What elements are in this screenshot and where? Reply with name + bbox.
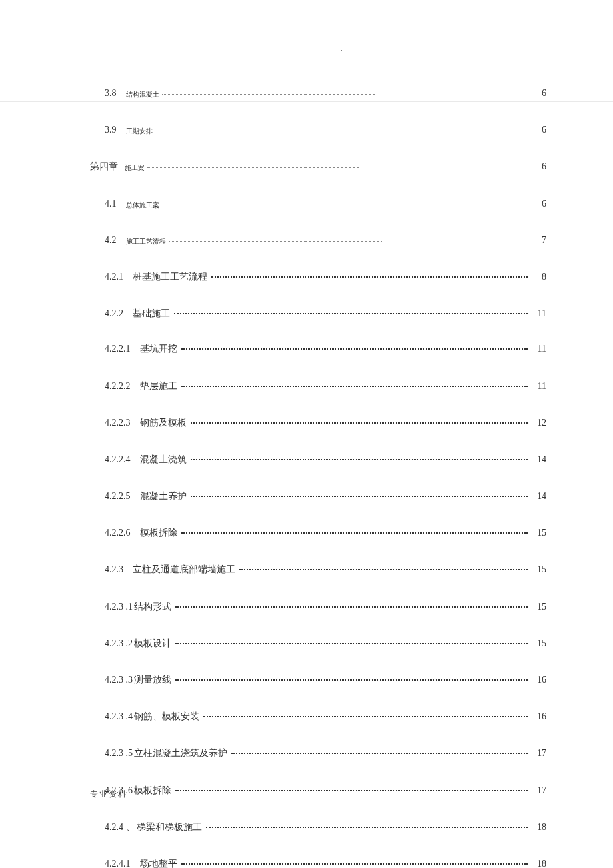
toc-leader — [147, 160, 360, 169]
toc-row: 4.2.2基础施工11 — [90, 307, 546, 320]
toc-page-number: 14 — [532, 490, 546, 502]
toc-page-number: 18 — [532, 858, 546, 868]
toc-row: 4.2.3 .6模板拆除17 — [90, 784, 546, 797]
toc-number: 4.1 — [105, 198, 117, 210]
toc-page-number: 17 — [532, 747, 546, 759]
toc-title: 垫层施工 — [140, 380, 177, 392]
toc-number: 4.2.2 — [105, 308, 123, 320]
toc-page-number: 6 — [532, 161, 546, 173]
toc-number: 3.8 — [105, 87, 117, 99]
toc-title: 立柱及通道底部端墙施工 — [133, 564, 235, 576]
toc-leader — [169, 234, 382, 243]
toc-number: 4.2.2.4 — [105, 454, 131, 466]
toc-leader — [181, 526, 528, 536]
toc-row: 4.2.2.6模板拆除15 — [90, 526, 546, 539]
toc-leader — [175, 784, 528, 793]
toc-title: 立柱混凝土浇筑及养护 — [134, 747, 227, 759]
toc-page-number: 11 — [532, 343, 546, 355]
toc-row: 4.2.3 .2模板设计15 — [90, 637, 546, 650]
toc-number: 4.2.2.6 — [105, 527, 131, 539]
toc-title: 测量放线 — [134, 674, 171, 686]
toc-title: 工期安排 — [126, 127, 153, 135]
document-page: 3.8结构混凝土63.9工期安排6第四章施工案64.1总体施工案64.2施工工艺… — [0, 0, 613, 868]
toc-leader — [239, 563, 528, 572]
toc-leader — [191, 416, 528, 426]
toc-leader — [231, 747, 528, 756]
toc-page-number: 6 — [532, 198, 546, 210]
toc-row: 第四章施工案6 — [90, 160, 546, 173]
toc-title: 钢筋、模板安装 — [134, 711, 199, 723]
toc-number: 4.2.2.1 — [105, 343, 131, 355]
toc-row: 4.2.4 、梯梁和梯板施工18 — [90, 821, 546, 833]
toc-leader — [174, 307, 528, 316]
toc-leader — [211, 270, 528, 280]
toc-page-number: 11 — [532, 308, 546, 320]
toc-row: 4.2.2.3钢筋及模板12 — [90, 416, 546, 429]
toc-number: 4.2.3 .1 — [105, 601, 133, 613]
toc-page-number: 17 — [532, 785, 546, 797]
toc-leader — [206, 821, 528, 830]
toc-page-number: 11 — [532, 380, 546, 392]
toc-title: 桩基施工工艺流程 — [133, 271, 207, 283]
toc-row: 4.2.2.2垫层施工11 — [90, 380, 546, 392]
toc-title: 场地整平 — [140, 858, 177, 868]
toc-number: 第四章 — [90, 161, 118, 173]
toc-number: 4.2 — [105, 234, 117, 246]
toc-title: 施工工艺流程 — [126, 237, 166, 246]
toc-title: 模板拆除 — [140, 527, 177, 539]
toc-row: 3.9工期安排6 — [90, 123, 546, 136]
toc-page-number: 15 — [532, 601, 546, 613]
toc-leader — [175, 637, 528, 646]
toc-row: 4.2.3 .3测量放线16 — [90, 673, 546, 686]
toc-page-number: 16 — [532, 711, 546, 723]
toc-leader — [181, 857, 528, 867]
toc-title: 基坑开挖 — [140, 343, 177, 355]
toc-page-number: 18 — [532, 821, 546, 833]
toc-row: 4.2.3 .4钢筋、模板安装16 — [90, 710, 546, 723]
toc-row: 4.2.3 .5立柱混凝土浇筑及养护17 — [90, 747, 546, 759]
toc-title: 钢筋及模板 — [140, 417, 187, 429]
toc-title: 施工案 — [125, 163, 145, 172]
toc-number: 4.2.1 — [105, 271, 123, 283]
toc-page-number: 15 — [532, 527, 546, 539]
toc-leader — [162, 197, 375, 207]
toc-leader — [155, 123, 368, 133]
toc-row: 4.2.2.5混凝土养护14 — [90, 490, 546, 502]
footer-label: 专业资料 — [90, 789, 127, 800]
toc-number: 4.2.3 .5 — [105, 747, 133, 759]
toc-row: 3.8结构混凝土6 — [90, 87, 546, 99]
toc-number: 4.2.2.2 — [105, 380, 131, 392]
toc-number: 3.9 — [105, 124, 117, 136]
toc-leader — [162, 87, 375, 96]
toc-number: 4.2.4.1 — [105, 858, 131, 868]
toc-row: 4.2.4.1场地整平18 — [90, 857, 546, 868]
toc-title: 模板拆除 — [134, 785, 171, 797]
toc-page-number: 6 — [532, 124, 546, 136]
toc-page-number: 6 — [532, 87, 546, 99]
toc-row: 4.2.2.1基坑开挖11 — [90, 342, 546, 355]
toc-page-number: 14 — [532, 454, 546, 466]
toc-title: 混凝土养护 — [140, 490, 187, 502]
toc-page-number: 7 — [532, 234, 546, 246]
toc-row: 4.2.3立柱及通道底部端墙施工15 — [90, 563, 546, 576]
table-of-contents: 3.8结构混凝土63.9工期安排6第四章施工案64.1总体施工案64.2施工工艺… — [90, 87, 546, 868]
toc-title: 总体施工案 — [126, 201, 159, 209]
toc-title: 结构形式 — [134, 601, 171, 613]
toc-number: 4.2.4 、 — [105, 821, 135, 833]
toc-leader — [181, 380, 528, 389]
toc-number: 4.2.2.5 — [105, 490, 131, 502]
toc-page-number: 16 — [532, 674, 546, 686]
toc-number: 4.2.3 — [105, 564, 123, 576]
toc-leader — [175, 600, 528, 610]
toc-number: 4.2.3 .2 — [105, 638, 133, 650]
toc-row: 4.2.3 .1结构形式15 — [90, 600, 546, 613]
page-artifact-dot — [341, 50, 342, 51]
toc-leader — [203, 710, 528, 719]
toc-title: 模板设计 — [134, 638, 171, 650]
toc-leader — [175, 673, 528, 683]
toc-title: 混凝土浇筑 — [140, 454, 187, 466]
toc-title: 结构混凝土 — [126, 90, 159, 99]
toc-page-number: 15 — [532, 564, 546, 576]
toc-page-number: 15 — [532, 638, 546, 650]
toc-leader — [191, 490, 528, 499]
